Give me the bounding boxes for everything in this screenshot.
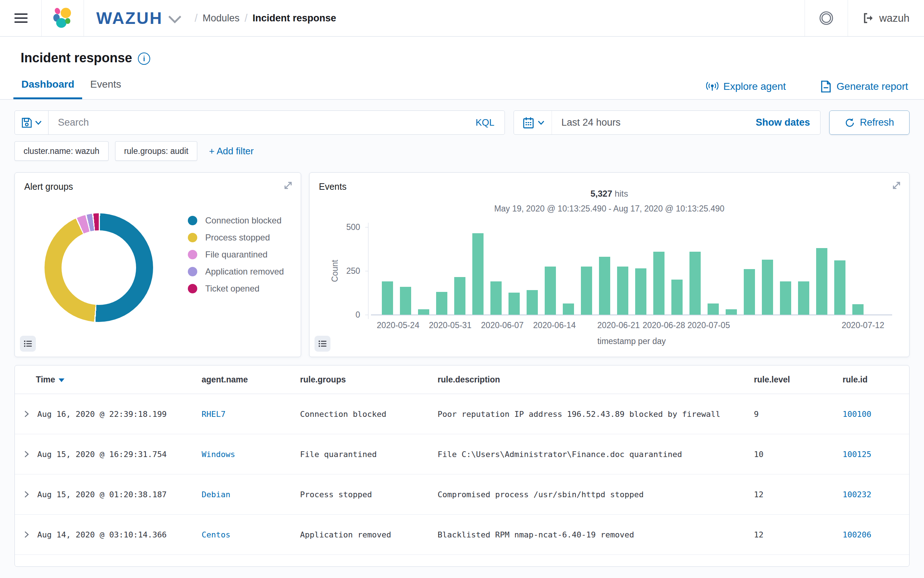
bar-7[interactable] — [490, 281, 502, 315]
generate-report-button[interactable]: Generate report — [820, 80, 908, 93]
column-header-rule-description[interactable]: rule.description — [438, 375, 754, 385]
bar-18[interactable] — [689, 252, 701, 315]
explore-agent-button[interactable]: Explore agent — [706, 81, 786, 93]
bar-6[interactable] — [473, 233, 484, 315]
date-quick-select-button[interactable] — [514, 111, 552, 134]
x-axis-label: 2020-06-14 — [533, 320, 576, 330]
bar-4[interactable] — [436, 292, 447, 315]
bar-5[interactable] — [454, 277, 466, 315]
wazuh-brand[interactable]: WAZUH — [96, 8, 182, 28]
alert-groups-donut-chart[interactable] — [45, 213, 153, 322]
alert-groups-legend: Connection blockedProcess stoppedFile qu… — [188, 216, 284, 294]
table-row[interactable]: Aug 15, 2020 @ 16:29:31.754WindowsFile q… — [15, 434, 909, 474]
column-header-rule-groups[interactable]: rule.groups — [300, 375, 438, 385]
table-row[interactable]: Aug 14, 2020 @ 03:10:14.366CentosApplica… — [15, 515, 909, 555]
breadcrumb-modules[interactable]: Modules — [203, 13, 239, 24]
expand-icon[interactable] — [283, 180, 293, 191]
table-body: Aug 16, 2020 @ 22:39:18.199RHEL7Connecti… — [15, 394, 909, 555]
bar-24[interactable] — [798, 281, 809, 315]
chevron-down-icon — [35, 120, 42, 125]
legend-color-dot — [188, 267, 197, 276]
bar-17[interactable] — [672, 279, 683, 315]
bar-27[interactable] — [852, 304, 864, 315]
tab-dashboard[interactable]: Dashboard — [13, 75, 82, 99]
table-row[interactable]: Aug 16, 2020 @ 22:39:18.199RHEL7Connecti… — [15, 394, 909, 434]
bar-9[interactable] — [527, 290, 538, 315]
bar-1[interactable] — [382, 281, 393, 315]
column-header-rule-level[interactable]: rule.level — [754, 375, 843, 385]
bar-10[interactable] — [545, 266, 556, 315]
bar-11[interactable] — [563, 304, 574, 315]
refresh-button[interactable]: Refresh — [829, 110, 909, 135]
column-header-time[interactable]: Time — [21, 375, 202, 385]
saved-queries-button[interactable] — [15, 111, 49, 134]
column-header-rule-id[interactable]: rule.id — [843, 375, 903, 385]
time-range-value[interactable]: Last 24 hours — [552, 117, 621, 128]
date-picker: Last 24 hours Show dates — [514, 110, 820, 135]
cell-rule-id[interactable]: 100206 — [843, 530, 903, 539]
filter-pill[interactable]: rule.groups: audit — [115, 141, 197, 161]
x-axis-label: 2020-05-24 — [377, 320, 419, 330]
bar-22[interactable] — [762, 260, 773, 315]
cell-agent-name[interactable]: Windows — [202, 450, 300, 459]
filter-row: cluster.name: wazuhrule.groups: audit + … — [15, 141, 909, 161]
bar-3[interactable] — [418, 309, 429, 315]
cell-rule-description: Compromised process /usr/sbin/httpd stop… — [438, 490, 754, 499]
bar-20[interactable] — [726, 309, 737, 315]
kibana-logo[interactable] — [42, 0, 84, 36]
cell-rule-id[interactable]: 100232 — [843, 490, 903, 499]
logout-button[interactable]: wazuh — [848, 0, 924, 36]
row-expand-icon[interactable] — [23, 450, 30, 458]
legend-toggle-button[interactable] — [314, 336, 330, 352]
show-dates-button[interactable]: Show dates — [746, 117, 820, 128]
legend-item[interactable]: Connection blocked — [188, 216, 284, 226]
bar-15[interactable] — [635, 268, 646, 315]
bar-14[interactable] — [617, 266, 628, 315]
cell-agent-name[interactable]: Debian — [202, 490, 300, 499]
bar-25[interactable] — [816, 248, 827, 315]
bar-19[interactable] — [707, 304, 719, 315]
bar-21[interactable] — [744, 269, 755, 315]
row-expand-icon[interactable] — [23, 410, 30, 418]
tab-events[interactable]: Events — [82, 75, 129, 99]
bar-12[interactable] — [581, 266, 592, 315]
kql-button[interactable]: KQL — [466, 117, 505, 128]
bar-16[interactable] — [653, 252, 665, 315]
info-icon[interactable]: i — [138, 52, 150, 65]
add-filter-button[interactable]: + Add filter — [207, 145, 256, 157]
x-axis-label: 2020-07-12 — [842, 320, 885, 330]
x-axis-label: 2020-06-21 — [597, 320, 640, 330]
cell-agent-name[interactable]: RHEL7 — [202, 409, 300, 419]
health-check-button[interactable] — [805, 0, 848, 36]
filter-pill[interactable]: cluster.name: wazuh — [15, 141, 108, 161]
chevron-down-icon — [538, 120, 544, 125]
bar-23[interactable] — [780, 281, 791, 315]
legend-item[interactable]: Ticket opened — [188, 284, 284, 294]
cell-rule-id[interactable]: 100100 — [843, 409, 903, 419]
bar-2[interactable] — [400, 287, 411, 315]
logout-user-label: wazuh — [879, 12, 909, 24]
search-bar: KQL — [15, 110, 505, 135]
x-axis-label: 2020-07-05 — [687, 320, 730, 330]
wazuh-logo-text: WAZUH — [96, 8, 163, 28]
chevron-down-icon[interactable] — [168, 15, 182, 24]
legend-item[interactable]: File quarantined — [188, 250, 284, 260]
table-row[interactable]: Aug 15, 2020 @ 01:20:38.187DebianProcess… — [15, 474, 909, 515]
cell-rule-id[interactable]: 100125 — [843, 450, 903, 459]
cell-rule-groups: File quarantined — [300, 450, 438, 459]
menu-icon[interactable] — [15, 11, 28, 25]
bar-8[interactable] — [508, 292, 520, 315]
legend-item[interactable]: Application removed — [188, 266, 284, 277]
bar-13[interactable] — [599, 257, 610, 315]
cell-rule-level: 12 — [754, 530, 843, 539]
events-hits-label: hits — [615, 189, 628, 198]
legend-item[interactable]: Process stopped — [188, 232, 284, 243]
events-bar-chart: Count timestamp per day 02505002020-05-2… — [371, 227, 892, 315]
row-expand-icon[interactable] — [23, 531, 30, 539]
bar-26[interactable] — [834, 260, 845, 315]
row-expand-icon[interactable] — [23, 490, 30, 498]
legend-toggle-button[interactable] — [20, 336, 36, 352]
cell-agent-name[interactable]: Centos — [202, 530, 300, 539]
column-header-agent-name[interactable]: agent.name — [202, 375, 300, 385]
search-input[interactable] — [49, 117, 466, 128]
